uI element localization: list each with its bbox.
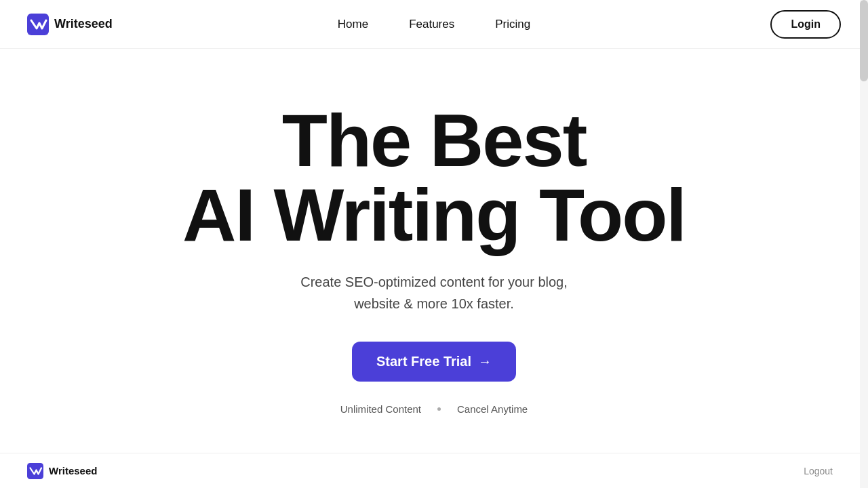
feature-unlimited-content: Unlimited Content <box>340 403 421 415</box>
hero-section: The Best AI Writing Tool Create SEO-opti… <box>0 49 868 415</box>
footer-logo-icon <box>27 463 43 479</box>
nav-features[interactable]: Features <box>409 18 454 31</box>
scrollbar[interactable] <box>860 0 868 488</box>
logo-text: Writeseed <box>54 17 113 31</box>
start-trial-button[interactable]: Start Free Trial → <box>352 342 516 382</box>
feature-divider <box>437 407 441 411</box>
nav-pricing[interactable]: Pricing <box>495 18 530 31</box>
nav-home[interactable]: Home <box>338 18 368 31</box>
cta-label: Start Free Trial <box>376 354 471 369</box>
cta-arrow-icon: → <box>478 354 492 369</box>
hero-title-line1: The Best <box>282 98 587 182</box>
navbar: Writeseed Home Features Pricing Login <box>0 0 868 49</box>
hero-subtitle: Create SEO-optimized content for your bl… <box>300 271 568 314</box>
hero-title: The Best AI Writing Tool <box>182 103 686 252</box>
hero-subtitle-line2: website & more 10x faster. <box>354 296 514 311</box>
footer: Writeseed Logout <box>0 453 860 488</box>
hero-subtitle-line1: Create SEO-optimized content for your bl… <box>300 274 568 289</box>
logo: Writeseed <box>27 14 113 35</box>
logo-icon <box>27 14 49 35</box>
features-row: Unlimited Content Cancel Anytime <box>340 403 528 415</box>
login-button[interactable]: Login <box>770 10 841 39</box>
hero-title-line2: AI Writing Tool <box>182 173 686 256</box>
footer-logo-text: Writeseed <box>49 465 97 476</box>
logout-button[interactable]: Logout <box>804 466 833 476</box>
scrollbar-thumb[interactable] <box>860 0 868 81</box>
nav-links: Home Features Pricing <box>338 18 530 31</box>
feature-cancel-anytime: Cancel Anytime <box>457 403 528 415</box>
footer-logo: Writeseed <box>27 463 97 479</box>
